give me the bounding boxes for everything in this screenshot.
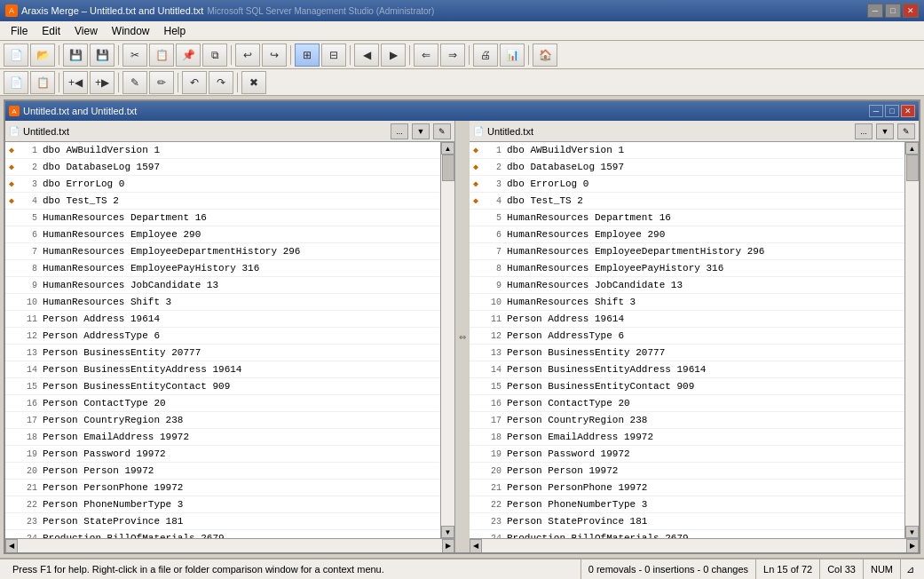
tb2-btn1[interactable]: 📄: [4, 71, 28, 94]
tb2-btn2[interactable]: 📋: [30, 71, 55, 94]
line-content: Person Password 19972: [507, 448, 630, 459]
status-help: Press F1 for help. Right-click in a file…: [5, 559, 581, 579]
left-hscroll-left[interactable]: ◀: [5, 539, 18, 553]
bg-title-text: Microsoft SQL Server Management Studio (…: [207, 6, 434, 16]
line-number: 18: [484, 432, 501, 442]
next-diff[interactable]: ▶: [381, 44, 406, 67]
line-content: dbo ErrorLog 0: [507, 178, 588, 189]
tb2-del-btn[interactable]: ✖: [241, 71, 266, 94]
cut-button[interactable]: ✂: [122, 44, 147, 67]
report-button[interactable]: 📊: [500, 44, 525, 67]
line-number: 3: [484, 179, 501, 189]
undo-button[interactable]: ↩: [235, 44, 260, 67]
left-scroll-down[interactable]: ▼: [441, 526, 454, 538]
table-row: 15 Person BusinessEntityContact 909: [5, 378, 440, 395]
right-scroll-up[interactable]: ▲: [905, 142, 919, 155]
redo-button[interactable]: ↪: [262, 44, 287, 67]
right-panel-scrollbar-v[interactable]: ▲ ▼: [904, 142, 919, 538]
compare-button[interactable]: ⊞: [295, 44, 320, 67]
close-button[interactable]: ✕: [903, 4, 919, 18]
inner-window-title: Untitled.txt and Untitled.txt: [23, 106, 137, 116]
left-scroll-thumb[interactable]: [442, 155, 454, 181]
merge-right[interactable]: ⇒: [440, 44, 465, 67]
right-panel-scrollbar-h[interactable]: ◀ ▶: [470, 538, 919, 552]
table-row: 21 Person PersonPhone 19972: [5, 480, 440, 496]
line-content: HumanResources Shift 3: [507, 297, 636, 307]
line-number: 12: [484, 331, 501, 341]
table-row: 24 Production BillOfMaterials 2679: [5, 530, 440, 538]
left-panel-scrollbar-v[interactable]: ▲ ▼: [440, 142, 454, 538]
right-panel-dropdown[interactable]: ▼: [876, 123, 894, 139]
right-scroll-thumb[interactable]: [906, 155, 919, 181]
line-content: Person EmailAddress 19972: [43, 432, 189, 442]
left-scroll-track[interactable]: [441, 155, 454, 526]
line-content: dbo DatabaseLog 1597: [43, 162, 160, 172]
right-panel-browse-button[interactable]: ...: [855, 123, 873, 139]
line-number: 5: [484, 213, 501, 223]
left-hscroll-track[interactable]: [18, 539, 442, 552]
minimize-button[interactable]: ─: [867, 4, 883, 18]
menu-window[interactable]: Window: [105, 23, 157, 39]
line-number: 15: [484, 382, 501, 392]
line-content: HumanResources EmployeePayHistory 316: [507, 263, 723, 274]
tb2-nav2[interactable]: ↷: [209, 71, 233, 94]
resize-grip-icon[interactable]: ⊿: [901, 560, 919, 578]
sep5: [350, 45, 351, 65]
right-hscroll-right[interactable]: ▶: [906, 539, 919, 553]
inner-minimize-button[interactable]: ─: [869, 105, 883, 117]
table-row: 10 HumanResources Shift 3: [470, 294, 904, 311]
tb2-add-left[interactable]: +◀: [63, 71, 88, 94]
line-content: Person Person 19972: [43, 465, 154, 476]
left-scroll-up[interactable]: ▲: [441, 142, 454, 155]
right-scroll-down[interactable]: ▼: [905, 526, 919, 538]
tb2-add-right[interactable]: +▶: [90, 71, 115, 94]
menu-help[interactable]: Help: [157, 23, 193, 39]
right-hscroll-track[interactable]: [482, 539, 906, 552]
tb2-edit1[interactable]: ✎: [122, 71, 147, 94]
line-number: 2: [484, 163, 501, 172]
sep10: [118, 73, 119, 92]
paste-button[interactable]: 📌: [176, 44, 201, 67]
prev-diff[interactable]: ◀: [354, 44, 379, 67]
save-all-button[interactable]: 💾: [90, 44, 115, 67]
right-panel-edit-button[interactable]: ✎: [897, 123, 915, 139]
left-panel-dropdown[interactable]: ▼: [412, 123, 430, 139]
right-panel: 📄 Untitled.txt ... ▼ ✎ ◆1 dbo AWBuildVer…: [470, 121, 919, 552]
menu-view[interactable]: View: [67, 23, 105, 39]
print-button[interactable]: 🖨: [473, 44, 498, 67]
right-panel-icon: 📄: [473, 126, 484, 136]
menu-file[interactable]: File: [4, 23, 35, 39]
compare2-button[interactable]: ⊟: [321, 44, 346, 67]
save-button[interactable]: 💾: [63, 44, 88, 67]
left-hscroll-right[interactable]: ▶: [442, 539, 454, 553]
tb2-nav1[interactable]: ↶: [182, 71, 207, 94]
table-row: 19 Person Password 19972: [5, 446, 440, 463]
line-content: Person PersonPhone 19972: [43, 482, 183, 493]
line-change-icon: ◆: [9, 178, 20, 189]
table-row: 14 Person BusinessEntityAddress 19614: [470, 361, 904, 378]
left-panel-icon: 📄: [9, 126, 20, 136]
open-button[interactable]: 📂: [30, 44, 55, 67]
sep12: [237, 73, 238, 92]
line-change-icon: ◆: [473, 145, 484, 155]
left-panel-browse-button[interactable]: ...: [391, 123, 408, 139]
status-position: Ln 15 of 72: [756, 559, 820, 579]
inner-maximize-button[interactable]: □: [885, 105, 899, 117]
merge-left[interactable]: ⇐: [414, 44, 438, 67]
copy-button[interactable]: 📋: [149, 44, 174, 67]
table-row: 9 HumanResources JobCandidate 13: [470, 277, 904, 294]
clone-button[interactable]: ⧉: [202, 44, 227, 67]
home-button[interactable]: 🏠: [533, 44, 557, 67]
right-hscroll-left[interactable]: ◀: [470, 539, 482, 553]
left-panel-edit-button[interactable]: ✎: [433, 123, 451, 139]
line-number: 10: [484, 297, 501, 307]
menu-edit[interactable]: Edit: [35, 23, 67, 39]
left-panel-scrollbar-h[interactable]: ◀ ▶: [5, 538, 454, 552]
maximize-button[interactable]: □: [885, 4, 901, 18]
line-content: HumanResources Department 16: [43, 212, 207, 223]
inner-close-button[interactable]: ✕: [901, 105, 915, 117]
right-scroll-track[interactable]: [905, 155, 919, 526]
tb2-edit2[interactable]: ✏: [149, 71, 174, 94]
new-button[interactable]: 📄: [4, 44, 28, 67]
line-number: 23: [20, 517, 37, 527]
